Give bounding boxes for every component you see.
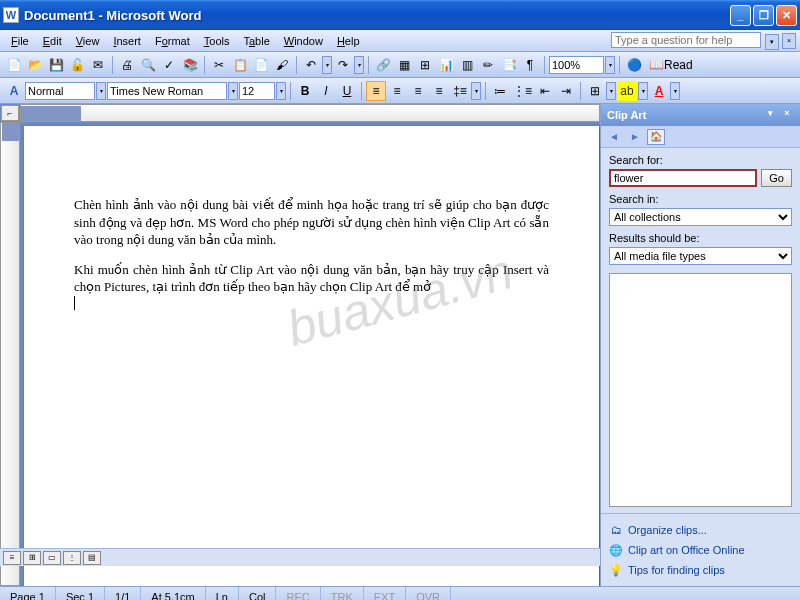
docmap-button[interactable]: 📑 <box>499 55 519 75</box>
style-select[interactable] <box>25 82 95 100</box>
style-dropdown[interactable]: ▾ <box>96 82 106 100</box>
zoom-dropdown[interactable]: ▾ <box>605 56 615 74</box>
menu-edit[interactable]: Edit <box>36 33 69 49</box>
reading-view-button[interactable]: ▤ <box>83 551 101 565</box>
research-button[interactable]: 📚 <box>180 55 200 75</box>
window-controls: _ ❐ ✕ <box>730 5 797 26</box>
menu-help[interactable]: Help <box>330 33 367 49</box>
open-button[interactable] <box>25 55 45 75</box>
hyperlink-button[interactable]: 🔗 <box>373 55 393 75</box>
line-spacing-dropdown[interactable]: ▾ <box>471 82 481 100</box>
paste-button[interactable] <box>251 55 271 75</box>
nav-home-icon[interactable]: 🏠 <box>647 129 665 145</box>
borders-dropdown[interactable]: ▾ <box>606 82 616 100</box>
help-search-input[interactable] <box>611 32 761 48</box>
permission-button[interactable]: 🔓 <box>67 55 87 75</box>
copy-button[interactable] <box>230 55 250 75</box>
search-for-input[interactable] <box>609 169 757 187</box>
taskpane-dropdown-icon[interactable]: ▾ <box>763 108 777 122</box>
tips-link[interactable]: 💡Tips for finding clips <box>609 560 792 580</box>
zoom-select[interactable] <box>549 56 604 74</box>
search-in-select[interactable]: All collections <box>609 208 792 226</box>
align-right-button[interactable]: ≡ <box>408 81 428 101</box>
menu-view[interactable]: View <box>69 33 107 49</box>
close-button[interactable]: ✕ <box>776 5 797 26</box>
doc-close-button[interactable]: × <box>782 33 796 49</box>
paragraph-1[interactable]: Chèn hình ảnh vào nội dung bài viết để m… <box>74 196 549 249</box>
borders-button[interactable]: ⊞ <box>585 81 605 101</box>
bold-button[interactable]: B <box>295 81 315 101</box>
align-left-button[interactable]: ≡ <box>366 81 386 101</box>
italic-button[interactable]: I <box>316 81 336 101</box>
font-select[interactable] <box>107 82 227 100</box>
insert-table-button[interactable]: ⊞ <box>415 55 435 75</box>
outline-view-button[interactable]: ⋮ <box>63 551 81 565</box>
font-color-dropdown[interactable]: ▾ <box>670 82 680 100</box>
maximize-button[interactable]: ❐ <box>753 5 774 26</box>
vertical-ruler[interactable] <box>0 122 20 586</box>
search-in-label: Search in: <box>609 193 792 205</box>
go-button[interactable]: Go <box>761 169 792 187</box>
excel-button[interactable]: 📊 <box>436 55 456 75</box>
tables-borders-button[interactable]: ▦ <box>394 55 414 75</box>
numbering-button[interactable]: ≔ <box>490 81 510 101</box>
cut-button[interactable] <box>209 55 229 75</box>
page-canvas[interactable]: Chèn hình ảnh vào nội dung bài viết để m… <box>24 126 599 586</box>
print-preview-button[interactable]: 🔍 <box>138 55 158 75</box>
drawing-button[interactable]: ✏ <box>478 55 498 75</box>
highlight-button[interactable]: ab <box>617 81 637 101</box>
view-buttons-bar: ≡ ⊞ ▭ ⋮ ▤ <box>0 548 600 566</box>
highlight-dropdown[interactable]: ▾ <box>638 82 648 100</box>
undo-button[interactable] <box>301 55 321 75</box>
line-spacing-button[interactable]: ‡≡ <box>450 81 470 101</box>
results-should-be-select[interactable]: All media file types <box>609 247 792 265</box>
menu-insert[interactable]: Insert <box>106 33 148 49</box>
menu-tools[interactable]: Tools <box>197 33 237 49</box>
help-button[interactable]: 🔵 <box>624 55 644 75</box>
office-online-link[interactable]: 🌐Clip art on Office Online <box>609 540 792 560</box>
paragraph-2[interactable]: Khi muốn chèn hình ảnh từ Clip Art vào n… <box>74 261 549 314</box>
spellcheck-button[interactable]: ✓ <box>159 55 179 75</box>
save-button[interactable] <box>46 55 66 75</box>
bullets-button[interactable]: ⋮≡ <box>511 81 534 101</box>
indent-decrease-button[interactable]: ⇤ <box>535 81 555 101</box>
organize-clips-link[interactable]: 🗂Organize clips... <box>609 520 792 540</box>
status-ext[interactable]: EXT <box>364 587 406 600</box>
menu-file[interactable]: File <box>4 33 36 49</box>
format-painter-button[interactable]: 🖌 <box>272 55 292 75</box>
normal-view-button[interactable]: ≡ <box>3 551 21 565</box>
status-ovr[interactable]: OVR <box>406 587 451 600</box>
print-view-button[interactable]: ▭ <box>43 551 61 565</box>
menu-window[interactable]: Window <box>277 33 330 49</box>
read-button[interactable]: 📖 Read <box>645 55 697 75</box>
minimize-button[interactable]: _ <box>730 5 751 26</box>
show-hide-button[interactable]: ¶ <box>520 55 540 75</box>
status-trk[interactable]: TRK <box>321 587 364 600</box>
undo-dropdown[interactable]: ▾ <box>322 56 332 74</box>
web-view-button[interactable]: ⊞ <box>23 551 41 565</box>
menu-table[interactable]: Table <box>236 33 276 49</box>
fontsize-select[interactable] <box>239 82 275 100</box>
redo-button[interactable] <box>333 55 353 75</box>
new-doc-button[interactable] <box>4 55 24 75</box>
align-center-button[interactable]: ≡ <box>387 81 407 101</box>
styles-pane-button[interactable]: A <box>4 81 24 101</box>
align-justify-button[interactable]: ≡ <box>429 81 449 101</box>
indent-increase-button[interactable]: ⇥ <box>556 81 576 101</box>
nav-forward-icon[interactable]: ► <box>626 129 644 145</box>
print-button[interactable] <box>117 55 137 75</box>
fontsize-dropdown[interactable]: ▾ <box>276 82 286 100</box>
underline-button[interactable]: U <box>337 81 357 101</box>
font-color-button[interactable]: A <box>649 81 669 101</box>
redo-dropdown[interactable]: ▾ <box>354 56 364 74</box>
columns-button[interactable]: ▥ <box>457 55 477 75</box>
email-button[interactable]: ✉ <box>88 55 108 75</box>
taskpane-close-icon[interactable]: × <box>780 108 794 122</box>
horizontal-ruler[interactable]: ⌐ <box>20 104 600 122</box>
help-dropdown-icon[interactable]: ▾ <box>765 34 779 50</box>
menu-format[interactable]: Format <box>148 33 197 49</box>
nav-back-icon[interactable]: ◄ <box>605 129 623 145</box>
tab-selector[interactable]: ⌐ <box>1 105 19 121</box>
status-rec[interactable]: REC <box>276 587 320 600</box>
font-dropdown[interactable]: ▾ <box>228 82 238 100</box>
